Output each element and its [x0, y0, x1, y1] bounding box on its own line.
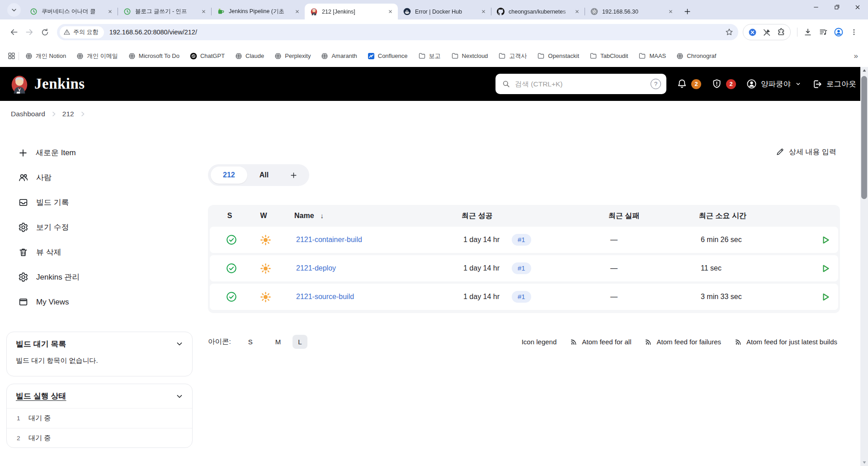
bookmark-folder-maas[interactable]: MAAS: [638, 52, 666, 60]
icon-size-medium[interactable]: M: [270, 335, 287, 349]
browser-tab-github[interactable]: cheongsan/kubernetes: [491, 4, 585, 19]
sidebar-item-build-history[interactable]: 빌드 기록: [6, 190, 196, 215]
site-security-chip[interactable]: 주의 요함: [60, 26, 104, 38]
run-build-button[interactable]: [816, 227, 834, 253]
bookmark-confluence[interactable]: Confluence: [368, 52, 408, 60]
bookmark-ms-todo[interactable]: Microsoft To Do: [128, 52, 179, 60]
window-close-button[interactable]: [847, 0, 868, 14]
sidebar-item-edit-view[interactable]: 보기 수정: [6, 215, 196, 240]
bookmark-folder-nextcloud[interactable]: Nextcloud: [451, 52, 488, 60]
reading-list-button[interactable]: [816, 24, 831, 40]
sidebar-item-people[interactable]: 사람: [6, 165, 196, 190]
job-link[interactable]: 2121-container-build: [296, 227, 362, 253]
scroll-down-arrow[interactable]: [860, 459, 868, 466]
column-header-last-success[interactable]: 최근 성공: [462, 205, 492, 227]
weather-sun-icon[interactable]: [255, 284, 276, 310]
column-header-name[interactable]: Name↓: [294, 205, 324, 227]
bookmarks-overflow-button[interactable]: »: [851, 52, 861, 61]
icon-size-small[interactable]: S: [243, 335, 258, 349]
weather-sun-icon[interactable]: [255, 227, 276, 253]
status-success-icon[interactable]: [221, 227, 242, 253]
column-header-last-failure[interactable]: 최근 실패: [609, 205, 639, 227]
edit-description-link[interactable]: 상세 내용 입력: [775, 144, 836, 160]
bookmark-folder-tabcloudit[interactable]: TabCloudit: [590, 52, 628, 60]
profile-button[interactable]: [831, 24, 846, 40]
bookmark-perplexity[interactable]: Perplexity: [274, 52, 311, 60]
atom-feed-all-link[interactable]: Atom feed for all: [570, 338, 631, 346]
new-view-button[interactable]: [281, 166, 307, 184]
bookmark-folder-openstackit[interactable]: Openstackit: [537, 52, 579, 60]
run-build-button[interactable]: [816, 255, 834, 281]
atom-feed-latest-link[interactable]: Atom feed for just latest builds: [735, 338, 837, 346]
bookmark-folder-bogo[interactable]: 보고: [418, 52, 441, 60]
jenkins-search-box[interactable]: ?: [495, 74, 666, 94]
view-tab-212[interactable]: 212: [211, 166, 247, 184]
url-text[interactable]: 192.168.56.20:8080/view/212/: [109, 29, 725, 36]
window-restore-button[interactable]: [826, 0, 847, 14]
breadcrumb-dashboard[interactable]: Dashboard: [11, 110, 45, 118]
extension-blue-x-icon[interactable]: [746, 26, 759, 38]
column-header-duration[interactable]: 최근 소요 시간: [699, 205, 746, 227]
browser-tab-jenkins-pipeline[interactable]: Jenkins Pipeline (기초: [212, 4, 305, 19]
collapse-chevron-icon[interactable]: [175, 339, 184, 348]
bookmark-chronograf[interactable]: Chronograf: [676, 52, 716, 60]
bookmark-notion[interactable]: 개인 Notion: [25, 52, 66, 60]
scroll-up-arrow[interactable]: [860, 67, 868, 74]
icon-size-large-selected[interactable]: L: [292, 335, 307, 349]
scrollbar-thumb[interactable]: [861, 76, 867, 199]
build-number-link[interactable]: #1: [512, 262, 531, 274]
tab-close-icon[interactable]: [199, 8, 208, 16]
run-build-button[interactable]: [816, 284, 834, 310]
browser-menu-button[interactable]: [846, 24, 862, 40]
reload-button[interactable]: [37, 24, 52, 40]
weather-sun-icon[interactable]: [255, 255, 276, 281]
atom-feed-failures-link[interactable]: Atom feed for failures: [645, 338, 721, 346]
address-bar[interactable]: 주의 요함 192.168.56.20:8080/view/212/: [57, 24, 738, 40]
tab-close-icon[interactable]: [293, 8, 301, 16]
job-link[interactable]: 2121-deploy: [296, 255, 336, 281]
browser-tab-blog-write[interactable]: 블로그 글쓰기 - 인프: [118, 4, 211, 19]
collapse-chevron-icon[interactable]: [175, 392, 184, 401]
security-warnings-button[interactable]: 2: [711, 78, 736, 90]
apps-grid-icon[interactable]: [7, 52, 16, 60]
bookmark-claude[interactable]: Claude: [235, 52, 264, 60]
sidebar-item-my-views[interactable]: My Views: [6, 290, 196, 314]
sidebar-item-new-item[interactable]: 새로운 Item: [6, 140, 196, 165]
tab-close-icon[interactable]: [573, 8, 581, 16]
tab-close-icon[interactable]: [386, 8, 394, 16]
bookmark-email[interactable]: 개인 이메일: [76, 52, 118, 60]
tab-close-icon[interactable]: [666, 8, 675, 16]
new-tab-button[interactable]: [681, 5, 693, 18]
status-success-icon[interactable]: [221, 284, 242, 310]
build-number-link[interactable]: #1: [512, 234, 531, 246]
column-header-status[interactable]: S: [219, 205, 241, 227]
build-number-link[interactable]: #1: [512, 291, 531, 303]
logout-button[interactable]: 로그아웃: [812, 79, 856, 90]
sidebar-item-manage-jenkins[interactable]: Jenkins 관리: [6, 265, 196, 290]
bookmark-star-icon[interactable]: [725, 28, 734, 37]
page-scrollbar[interactable]: [860, 67, 868, 466]
search-help-button[interactable]: ?: [651, 79, 661, 89]
bookmark-chatgpt[interactable]: ChatGPT: [190, 52, 225, 60]
status-success-icon[interactable]: [221, 255, 242, 281]
browser-tab-kubernetes-another[interactable]: 쿠버네티스 어나더 클: [24, 4, 118, 19]
pin-disabled-icon[interactable]: [760, 26, 773, 38]
column-header-weather[interactable]: W: [253, 205, 274, 227]
chevron-right-icon[interactable]: [79, 110, 87, 118]
user-menu[interactable]: 양파쿵야: [746, 78, 802, 90]
tab-search-button[interactable]: [7, 3, 21, 17]
browser-tab-ip[interactable]: 192.168.56.30: [585, 4, 678, 19]
tab-close-icon[interactable]: [106, 8, 114, 16]
bookmark-folder-customers[interactable]: 고객사: [498, 52, 527, 60]
window-minimize-button[interactable]: [806, 0, 826, 14]
icon-legend-link[interactable]: Icon legend: [522, 338, 557, 346]
breadcrumb-view-212[interactable]: 212: [62, 110, 74, 118]
view-tab-all[interactable]: All: [247, 166, 281, 184]
job-link[interactable]: 2121-source-build: [296, 284, 354, 310]
search-input[interactable]: [515, 80, 651, 88]
browser-tab-212-jenkins-active[interactable]: 212 [Jenkins]: [305, 4, 398, 19]
jenkins-home-link[interactable]: Jenkins: [11, 74, 85, 94]
extensions-puzzle-icon[interactable]: [775, 26, 788, 38]
downloads-button[interactable]: [800, 24, 816, 40]
executor-status-title[interactable]: 빌드 실행 상태: [16, 391, 66, 401]
